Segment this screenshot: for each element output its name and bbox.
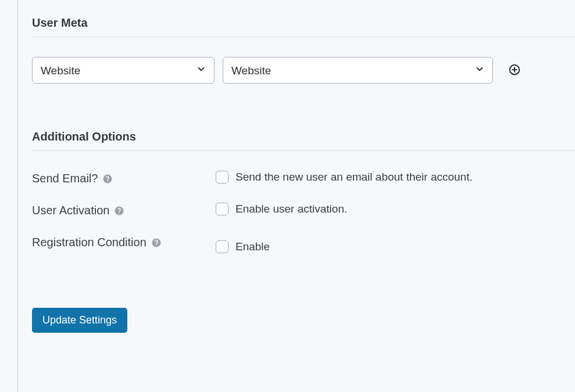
send-email-label: Send Email? (32, 171, 216, 185)
user-meta-select-2-wrap: Website (223, 57, 493, 84)
update-settings-button[interactable]: Update Settings (32, 308, 127, 333)
submit-row: Update Settings (32, 308, 575, 333)
user-activation-row: User Activation Enable user activation. (32, 203, 575, 217)
user-meta-row: Website Website (32, 57, 575, 84)
send-email-checkbox[interactable] (216, 171, 228, 184)
user-meta-select-1-wrap: Website (32, 57, 215, 84)
user-activation-desc: Enable user activation. (235, 203, 347, 215)
add-meta-button[interactable] (506, 61, 523, 80)
user-activation-control: Enable user activation. (216, 203, 347, 215)
user-meta-select-2[interactable]: Website (223, 57, 493, 84)
additional-options-list: Send Email? Send the new user an email a… (32, 171, 575, 253)
registration-condition-control: Enable (216, 235, 270, 253)
registration-condition-row: Registration Condition Enable (32, 235, 575, 253)
send-email-desc: Send the new user an email about their a… (235, 171, 473, 184)
send-email-label-text: Send Email? (32, 172, 98, 185)
user-meta-select-1[interactable]: Website (32, 57, 215, 84)
user-meta-heading: User Meta (32, 16, 575, 37)
send-email-row: Send Email? Send the new user an email a… (32, 171, 575, 185)
settings-panel: User Meta Website Website Additional Opt… (17, 0, 575, 392)
help-icon[interactable] (151, 238, 162, 248)
help-icon[interactable] (102, 174, 113, 184)
user-activation-checkbox[interactable] (216, 203, 228, 215)
send-email-control: Send the new user an email about their a… (216, 171, 473, 184)
registration-condition-checkbox[interactable] (216, 240, 228, 253)
additional-options-heading: Additional Options (32, 130, 575, 151)
registration-condition-label-text: Registration Condition (32, 236, 147, 249)
registration-condition-label: Registration Condition (32, 235, 216, 249)
user-activation-label-text: User Activation (32, 204, 109, 217)
help-icon[interactable] (114, 206, 124, 216)
plus-circle-icon (508, 63, 521, 78)
registration-condition-desc: Enable (235, 240, 270, 253)
user-activation-label: User Activation (32, 203, 216, 217)
